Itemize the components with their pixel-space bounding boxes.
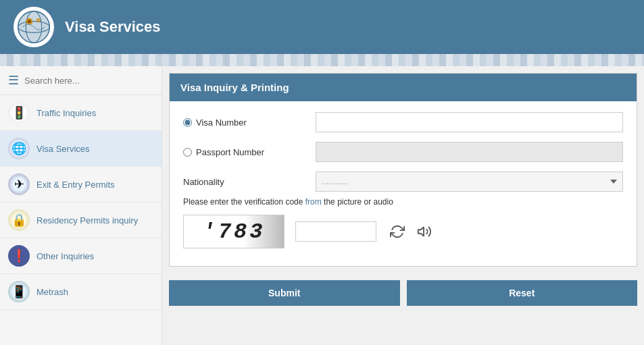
captcha-actions: [387, 221, 435, 242]
visa-number-row: Visa Number: [183, 112, 623, 132]
traffic-inquiries-icon: 🚦: [8, 102, 30, 124]
content-area: Visa Inquiry & Printing Visa Number Pass…: [162, 66, 644, 345]
sidebar-item-label: Residency Permits inquiry: [36, 215, 138, 225]
sidebar-item-label: Exit & Entry Permits: [36, 180, 115, 190]
nationality-row: Nationality ............: [183, 171, 623, 192]
form-panel-title: Visa Inquiry & Printing: [170, 74, 637, 101]
header-border: [0, 54, 644, 66]
app-header: Visa Services: [0, 0, 644, 54]
visa-services-icon: 🌐: [8, 138, 30, 159]
visa-number-input[interactable]: [316, 112, 623, 132]
metrash-icon: 📱: [8, 281, 30, 302]
sidebar-item-label: Visa Services: [36, 144, 90, 154]
residency-icon: 🔒: [8, 209, 30, 231]
exit-entry-icon: ✈: [8, 174, 30, 195]
sidebar-item-label: Metrash: [36, 287, 68, 297]
verification-note: Please enter the verification code from …: [183, 197, 623, 207]
captcha-image: '783: [183, 215, 284, 248]
footer-buttons: Submit Reset: [162, 273, 644, 313]
svg-marker-7: [418, 228, 424, 236]
captcha-input[interactable]: [295, 221, 376, 242]
passport-number-radio-label[interactable]: Passport Number: [183, 147, 305, 157]
sidebar-item-metrash[interactable]: 📱 Metrash: [0, 274, 162, 310]
captcha-row: '783: [183, 215, 623, 248]
sidebar-item-exit-entry-permits[interactable]: ✈ Exit & Entry Permits: [0, 167, 162, 203]
nationality-select[interactable]: ............: [316, 171, 623, 192]
header-logo: [14, 7, 54, 47]
header-title: Visa Services: [65, 18, 161, 36]
visa-inquiry-panel: Visa Inquiry & Printing Visa Number Pass…: [169, 73, 637, 267]
refresh-captcha-button[interactable]: [387, 221, 407, 242]
svg-point-6: [36, 18, 41, 23]
nationality-label: Nationality: [183, 177, 305, 187]
sidebar: ☰ 🚦 Traffic Inquiries 🌐 Visa Services ✈ …: [0, 66, 162, 345]
reset-button[interactable]: Reset: [407, 280, 638, 306]
sidebar-item-residency-permits[interactable]: 🔒 Residency Permits inquiry: [0, 203, 162, 238]
form-body: Visa Number Passport Number Nationality: [170, 101, 637, 266]
passport-number-row: Passport Number: [183, 142, 623, 162]
main-layout: ☰ 🚦 Traffic Inquiries 🌐 Visa Services ✈ …: [0, 66, 644, 345]
audio-captcha-button[interactable]: [414, 221, 435, 242]
sidebar-item-other-inquiries[interactable]: ❗ Other Inquiries: [0, 238, 162, 274]
sidebar-search-bar: ☰: [0, 66, 162, 95]
sidebar-item-visa-services[interactable]: 🌐 Visa Services: [0, 131, 162, 167]
visa-number-radio-label[interactable]: Visa Number: [183, 117, 305, 128]
sidebar-item-traffic-inquiries[interactable]: 🚦 Traffic Inquiries: [0, 95, 162, 131]
sidebar-item-label: Traffic Inquiries: [36, 108, 96, 118]
visa-number-radio[interactable]: [183, 118, 192, 127]
hamburger-icon[interactable]: ☰: [8, 73, 19, 88]
sidebar-item-label: Other Inquiries: [36, 251, 94, 261]
svg-point-5: [28, 20, 31, 23]
search-input[interactable]: [24, 76, 153, 86]
submit-button[interactable]: Submit: [169, 280, 400, 306]
other-inquiries-icon: ❗: [8, 245, 30, 267]
passport-number-radio[interactable]: [183, 148, 192, 157]
passport-number-input[interactable]: [316, 142, 623, 162]
